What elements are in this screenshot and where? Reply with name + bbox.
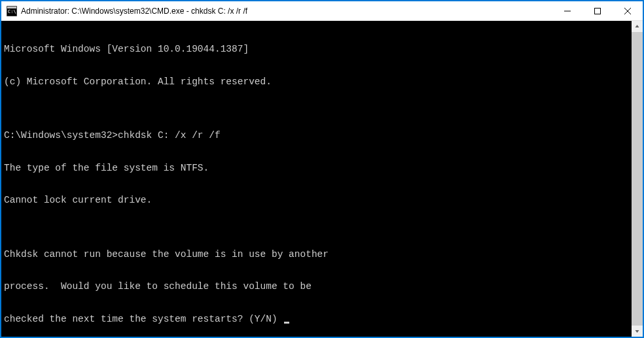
- scroll-down-button[interactable]: [632, 326, 643, 337]
- vertical-scrollbar[interactable]: [632, 21, 643, 337]
- cmd-icon: C:\: [7, 6, 17, 16]
- svg-rect-1: [7, 7, 16, 8]
- terminal-output: Cannot lock current drive.: [4, 195, 629, 206]
- terminal-output: The type of the file system is NTFS.: [4, 163, 629, 174]
- cmd-window: C:\ Administrator: C:\Windows\system32\C…: [1, 1, 643, 337]
- terminal-container: Microsoft Windows [Version 10.0.19044.13…: [1, 21, 643, 337]
- scroll-up-button[interactable]: [632, 21, 643, 32]
- titlebar[interactable]: C:\ Administrator: C:\Windows\system32\C…: [1, 1, 643, 21]
- terminal-prompt-text: checked the next time the system restart…: [4, 314, 283, 324]
- window-title: Administrator: C:\Windows\system32\CMD.e…: [21, 7, 552, 16]
- svg-rect-4: [595, 8, 601, 14]
- cursor: [284, 322, 289, 324]
- window-controls: [552, 1, 643, 20]
- maximize-button[interactable]: [582, 1, 613, 20]
- scrollbar-track[interactable]: [632, 32, 643, 326]
- terminal-output: checked the next time the system restart…: [4, 314, 629, 325]
- terminal-output: Microsoft Windows [Version 10.0.19044.13…: [4, 44, 629, 55]
- terminal-output: (c) Microsoft Corporation. All rights re…: [4, 76, 629, 88]
- terminal-output: process. Would you like to schedule this…: [4, 281, 629, 292]
- scrollbar-thumb[interactable]: [632, 32, 643, 326]
- terminal[interactable]: Microsoft Windows [Version 10.0.19044.13…: [1, 21, 632, 337]
- terminal-output: Chkdsk cannot run because the volume is …: [4, 249, 629, 260]
- terminal-prompt-line: C:\Windows\system32>chkdsk C: /x /r /f: [4, 130, 629, 141]
- close-button[interactable]: [613, 1, 643, 20]
- svg-text:C:\: C:\: [8, 9, 16, 14]
- minimize-button[interactable]: [552, 1, 582, 20]
